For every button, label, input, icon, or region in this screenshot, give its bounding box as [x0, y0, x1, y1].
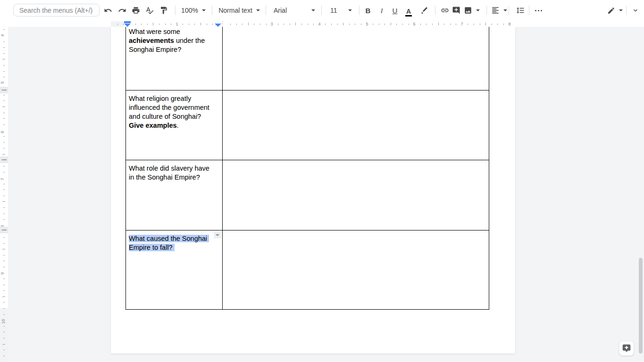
left-indent-icon[interactable] [124, 24, 131, 27]
ruler-tick [420, 24, 421, 25]
highlight-color-button[interactable] [417, 3, 431, 18]
left-indent-marker[interactable] [124, 21, 131, 27]
bold-button[interactable]: B [361, 3, 375, 18]
ruler-tick [3, 267, 5, 267]
toolbar-divider [626, 6, 627, 15]
explore-button[interactable] [619, 341, 634, 356]
ruler-tick [3, 196, 5, 196]
spell-check-button[interactable] [142, 3, 157, 18]
font-size-select[interactable]: 11 [326, 3, 356, 18]
ruler-tick [3, 314, 5, 315]
question-text: What caused the Songhai Empire to fall? [129, 234, 214, 252]
table-cell-dropdown-icon [216, 234, 219, 236]
paragraph-style-value: Normal text [218, 7, 252, 14]
ruler-number: 5 [0, 81, 5, 83]
add-comment-icon [452, 6, 460, 15]
ruler-margin-zone [0, 308, 8, 362]
ruler-tick [284, 24, 284, 25]
ruler-tick [3, 118, 5, 119]
ruler-tick [290, 24, 290, 25]
ruler-tick [3, 53, 5, 54]
ruler-tick [373, 24, 373, 25]
question-cell[interactable]: What religion greatly influenced the gov… [126, 90, 223, 160]
highlight-icon [420, 6, 428, 15]
paint-format-button[interactable] [157, 3, 171, 18]
table-row-handle[interactable] [0, 156, 8, 163]
insert-image-icon [464, 6, 472, 15]
undo-button[interactable] [101, 3, 115, 18]
underline-label: U [393, 7, 398, 15]
right-indent-marker[interactable] [215, 24, 221, 27]
table-row-handle[interactable] [0, 87, 8, 93]
horizontal-ruler[interactable]: 1345678 [111, 21, 515, 27]
ruler-tick [349, 24, 350, 25]
zoom-select[interactable]: 100% [178, 3, 209, 18]
hide-menus-button[interactable] [628, 3, 643, 18]
ruler-tick [141, 24, 142, 25]
ruler-tick [432, 24, 433, 25]
redo-button[interactable] [115, 3, 129, 18]
toolbar: 100% Normal text Arial 11 B I U A [0, 0, 644, 21]
ruler-tick [301, 24, 302, 25]
ruler-tick [450, 24, 451, 25]
ruler-tick [194, 24, 195, 25]
ruler-tick [2, 107, 5, 107]
editing-mode-button[interactable] [604, 3, 626, 18]
answer-cell[interactable] [223, 160, 489, 230]
redo-icon [118, 6, 126, 15]
vertical-ruler[interactable]: 45678910 [0, 27, 8, 362]
insert-image-button[interactable] [460, 3, 483, 18]
line-spacing-button[interactable] [513, 3, 527, 18]
answer-cell[interactable] [223, 90, 489, 160]
answer-cell[interactable] [223, 230, 489, 309]
italic-button[interactable]: I [375, 3, 389, 18]
ruler-tick [3, 332, 5, 332]
toolbar-divider [359, 6, 360, 15]
ruler-number: 4 [0, 34, 5, 36]
ruler-tick [3, 100, 5, 101]
toolbar-divider [212, 6, 212, 15]
ruler-tick [171, 24, 171, 25]
ruler-tick [248, 23, 249, 25]
table-row-handle[interactable] [0, 227, 8, 233]
question-cell[interactable]: What were some achievements under the So… [126, 27, 223, 90]
more-options-button[interactable] [531, 3, 545, 18]
ruler-tick [3, 285, 5, 285]
vertical-scrollbar-thumb[interactable] [639, 258, 643, 354]
table-cell-dropdown-button[interactable] [214, 232, 221, 239]
ruler-tick [3, 237, 5, 238]
first-line-indent-icon[interactable] [124, 21, 131, 23]
ruler-number: 7 [0, 178, 5, 180]
table-column-guide[interactable] [222, 21, 223, 27]
ruler-tick [3, 124, 5, 125]
insert-link-icon [441, 6, 449, 15]
ruler-tick [189, 24, 189, 25]
text-color-button[interactable]: A [401, 3, 416, 18]
print-button[interactable] [129, 3, 143, 18]
ruler-tick [3, 214, 5, 214]
undo-icon [104, 6, 112, 15]
font-select[interactable]: Arial [270, 3, 319, 18]
editing-mode-pencil-icon [607, 7, 615, 15]
align-button[interactable] [489, 3, 510, 18]
bold-label: B [366, 7, 371, 15]
chevron-down-icon [503, 9, 507, 11]
ruler-tick [212, 24, 213, 25]
search-input[interactable] [13, 4, 100, 16]
underline-button[interactable]: U [388, 3, 402, 18]
more-icon [535, 10, 536, 11]
ruler-tick [485, 23, 486, 25]
table-row: What religion greatly influenced the gov… [126, 90, 489, 160]
paragraph-style-select[interactable]: Normal text [216, 3, 263, 18]
toolbar-divider [321, 6, 322, 15]
ruler-tick [3, 142, 5, 143]
ruler-tick [242, 24, 243, 25]
answer-cell[interactable] [223, 27, 489, 90]
font-value: Arial [274, 7, 287, 14]
ruler-number: 6 [413, 22, 415, 26]
question-cell[interactable]: What role did slavery have in the Songha… [126, 160, 223, 230]
question-cell[interactable]: What caused the Songhai Empire to fall? [126, 230, 223, 309]
ruler-tick [391, 23, 391, 25]
ruler-tick [3, 47, 5, 48]
ruler-tick [474, 24, 474, 25]
